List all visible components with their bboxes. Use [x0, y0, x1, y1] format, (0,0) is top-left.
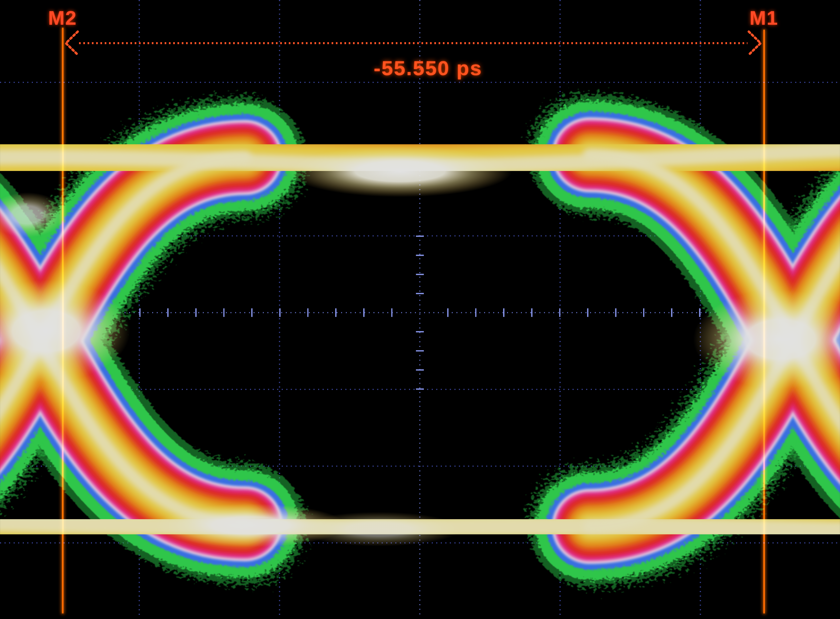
delta-time-readout: -55.550 ps — [374, 56, 482, 80]
marker-m2-line[interactable] — [62, 28, 64, 613]
marker-m2-label[interactable]: M2 — [48, 7, 77, 29]
eye-diagram-plot — [0, 0, 840, 619]
marker-m1-line[interactable] — [763, 30, 765, 613]
marker-delta-arrow-line — [79, 42, 747, 44]
hot-spot — [296, 512, 461, 546]
arrowhead-right-icon — [747, 30, 762, 56]
oscilloscope-screen: M2 M1 -55.550 ps — [0, 0, 840, 619]
hot-spot — [288, 146, 512, 197]
arrowhead-left-icon — [64, 30, 79, 56]
marker-m1-label[interactable]: M1 — [749, 7, 778, 29]
